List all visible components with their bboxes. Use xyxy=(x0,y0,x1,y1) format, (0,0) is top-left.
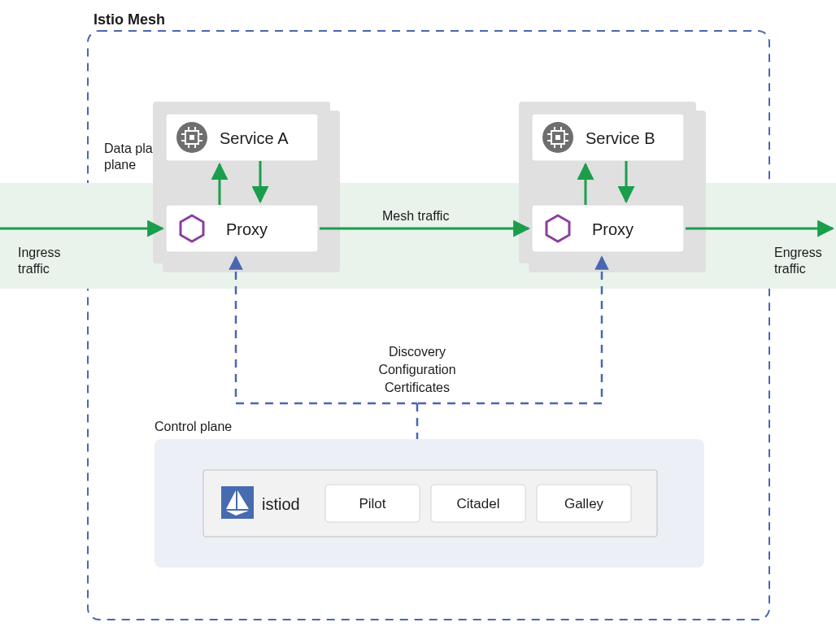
control-plane-label: Control plane xyxy=(155,420,232,433)
service-a-label: Service A xyxy=(220,129,289,147)
mesh-title: Istio Mesh xyxy=(94,11,165,28)
mesh-traffic-label: Mesh traffic xyxy=(382,209,449,223)
istiod-label: istiod xyxy=(262,495,300,513)
proxy-a-label: Proxy xyxy=(226,220,268,238)
control-flow-l2: Configuration xyxy=(378,363,455,376)
istio-logo-icon xyxy=(221,486,254,519)
chip-icon xyxy=(176,122,207,153)
control-flow-l1: Discovery xyxy=(389,345,446,359)
egress-label-2: traffic xyxy=(774,262,806,276)
diagram-canvas: Istio Mesh Data plane plane Service A xyxy=(0,0,836,644)
galley-label: Galley xyxy=(564,496,604,511)
control-flow-l3: Certificates xyxy=(385,381,450,394)
svg-rect-4 xyxy=(189,135,194,140)
egress-label-1: Engress xyxy=(774,246,822,259)
data-plane-label-2: plane xyxy=(104,158,136,172)
ingress-label-2: traffic xyxy=(18,262,50,276)
data-plane-band xyxy=(0,183,836,289)
pod-a: Service A Proxy xyxy=(153,102,340,272)
citadel-label: Citadel xyxy=(457,496,500,511)
ingress-label-1: Ingress xyxy=(18,246,60,259)
pilot-label: Pilot xyxy=(359,496,385,511)
pod-b: Service B Proxy xyxy=(519,102,706,272)
service-b-label: Service B xyxy=(586,129,655,147)
proxy-b-label: Proxy xyxy=(592,220,634,238)
chip-icon xyxy=(542,122,573,153)
svg-rect-18 xyxy=(555,135,560,140)
